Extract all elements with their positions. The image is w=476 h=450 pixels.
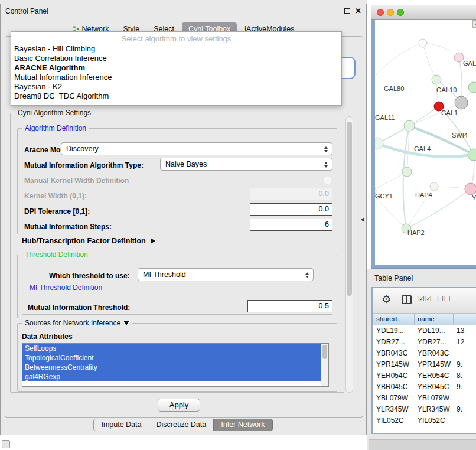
table-body: YDL19...YDL19...13YDR27...YDR27...12YBR0… <box>373 325 476 426</box>
network-node[interactable] <box>432 75 441 84</box>
network-node[interactable] <box>404 120 415 131</box>
manual-kernel-checkbox[interactable] <box>324 177 331 184</box>
dpi-tolerance-label: DPI Tolerance [0,1]: <box>24 207 90 216</box>
attribute-item[interactable]: BetweennessCentrality <box>22 363 321 372</box>
algorithm-dropdown-item[interactable]: Basic Correlation Inference <box>11 54 341 63</box>
column-header-name[interactable]: name <box>415 314 454 325</box>
network-canvas[interactable]: GAL7GAL80GAL10GAL11GAL1SWI4GAL4GCY1HAP4Y… <box>375 20 476 265</box>
mi-threshold-field[interactable]: 0.5 <box>247 300 332 312</box>
table-row[interactable]: YBL079WYBL079W <box>373 393 476 404</box>
sources-group-title-text: Sources for Network Inference <box>25 319 120 327</box>
network-node[interactable] <box>454 53 464 62</box>
which-threshold-combo[interactable]: MI Threshold <box>138 268 314 281</box>
network-edge[interactable] <box>459 57 462 103</box>
network-edge[interactable] <box>423 43 459 57</box>
network-node-label: GAL7 <box>463 60 476 67</box>
network-node[interactable] <box>402 167 412 177</box>
network-edge[interactable] <box>375 43 423 76</box>
network-node[interactable] <box>468 149 476 161</box>
network-node-label: GAL80 <box>384 85 404 92</box>
table-cell: YPR145W <box>373 359 415 370</box>
control-panel: Control Panel ✕ Network Style Select Cyn… <box>0 4 367 435</box>
network-node[interactable] <box>465 183 476 195</box>
table-row[interactable]: YBR043CYBR043C <box>373 348 476 359</box>
settings-scrollbar-thumb[interactable] <box>347 122 352 296</box>
scroll-up-button[interactable]: ▲ <box>472 20 476 28</box>
collapse-arrow-icon <box>123 321 129 325</box>
table-row[interactable]: YER054CYER054C8. <box>373 370 476 381</box>
sources-group-title[interactable]: Sources for Network Inference <box>22 319 132 327</box>
attributes-scrollbar[interactable] <box>321 344 328 386</box>
table-cell: 9. <box>454 359 476 370</box>
attribute-item[interactable]: TopologicalCoefficient <box>22 353 321 363</box>
select-all-checkboxes-icon[interactable]: ☑☑ <box>418 295 432 303</box>
network-edge[interactable] <box>423 43 436 80</box>
network-node[interactable] <box>468 82 476 93</box>
table-cell: YLR345W <box>373 404 415 415</box>
table-row[interactable]: YIL052CYIL052C <box>373 415 476 426</box>
network-node[interactable] <box>455 96 468 109</box>
table-cell: YIL052C <box>373 415 415 426</box>
minimized-panel-icon[interactable] <box>2 440 10 448</box>
combo-stepper-icon <box>323 161 329 169</box>
close-traffic-light-icon[interactable] <box>377 9 384 16</box>
combo-stepper-icon <box>323 145 329 154</box>
which-threshold-value: MI Threshold <box>143 270 186 279</box>
algorithm-dropdown-item[interactable]: ARACNE Algorithm <box>11 63 341 73</box>
kernel-width-field[interactable]: 0.0 <box>250 188 332 200</box>
table-panel-title: Table Panel <box>374 274 413 282</box>
attributes-scrollbar-thumb[interactable] <box>322 345 327 359</box>
mi-steps-label: Mutual Information Steps: <box>24 223 112 231</box>
tab-impute-data[interactable]: Impute Data <box>93 419 149 431</box>
attribute-item[interactable]: SelfLoops <box>22 344 321 353</box>
table-cell <box>454 393 476 404</box>
attribute-item[interactable]: gal4RGexp <box>22 372 321 381</box>
close-panel-icon[interactable]: ✕ <box>355 6 361 15</box>
table-row[interactable]: YPR145WYPR145W9. <box>373 359 476 370</box>
tab-discretize-data[interactable]: Discretize Data <box>149 419 214 431</box>
network-node[interactable] <box>419 39 427 47</box>
table-cell: YBR043C <box>415 348 454 359</box>
algorithm-dropdown-item[interactable]: Bayesian - Hill Climbing <box>11 44 341 54</box>
table-row[interactable]: YLR345WYLR345W9. <box>373 404 476 415</box>
algorithm-dropdown-item[interactable]: Dream8 DC_TDC Algorithm <box>11 92 341 101</box>
column-header-shared-name[interactable]: shared... <box>373 314 415 325</box>
aracne-mode-combo[interactable]: Discovery <box>61 142 332 155</box>
settings-scrollbar[interactable] <box>345 116 353 393</box>
network-canvas-svg[interactable]: GAL7GAL80GAL10GAL11GAL1SWI4GAL4GCY1HAP4Y… <box>375 20 476 265</box>
network-edge[interactable] <box>403 126 409 229</box>
float-window-icon[interactable] <box>344 8 350 14</box>
mi-steps-field[interactable]: 6 <box>250 219 332 231</box>
network-window-titlebar[interactable] <box>371 5 476 20</box>
network-node-label: GAL4 <box>414 145 431 152</box>
tab-infer-network[interactable]: Infer Network <box>213 419 272 431</box>
panel-splitter-arrow[interactable] <box>361 217 364 222</box>
hub-section-toggle[interactable]: Hub/Transcription Factor Definition <box>22 237 155 245</box>
apply-button[interactable]: Apply <box>158 399 200 412</box>
manual-kernel-label: Manual Kernel Width Definition <box>24 177 129 185</box>
network-view-window[interactable]: GAL7GAL80GAL10GAL11GAL1SWI4GAL4GCY1HAP4Y… <box>371 5 476 269</box>
table-row[interactable]: YDR27...YDR27...12 <box>373 337 476 348</box>
control-panel-titlebar[interactable]: Control Panel ✕ <box>1 4 366 18</box>
mi-type-combo[interactable]: Naive Bayes <box>160 158 332 171</box>
data-attributes-list[interactable]: SelfLoopsTopologicalCoefficientBetweenne… <box>22 343 329 387</box>
deselect-all-checkboxes-icon[interactable]: ☐☐ <box>437 295 451 303</box>
network-edge[interactable] <box>375 172 407 191</box>
table-row[interactable]: YBR045CYBR045C9. <box>373 381 476 393</box>
gear-icon[interactable]: ⚙ <box>382 293 391 306</box>
table-cell: 9. <box>454 381 476 393</box>
network-node-label: GCY1 <box>375 193 393 200</box>
table-cell: YLR345W <box>415 404 454 415</box>
network-node[interactable] <box>375 138 383 149</box>
network-node[interactable] <box>430 182 438 191</box>
network-node-label: GAL1 <box>441 109 458 116</box>
minimize-traffic-light-icon[interactable] <box>387 9 394 16</box>
bottom-tabs: Impute Data Discretize Data Infer Networ… <box>1 419 366 431</box>
algorithm-dropdown-item[interactable]: Bayesian - K2 <box>11 82 341 92</box>
dpi-tolerance-field[interactable]: 0.0 <box>250 203 332 216</box>
column-header-extra[interactable] <box>454 314 476 325</box>
algorithm-dropdown-item[interactable]: Mutual Information Inference <box>11 73 341 82</box>
columns-icon[interactable] <box>402 295 412 304</box>
zoom-traffic-light-icon[interactable] <box>397 9 404 16</box>
table-row[interactable]: YDL19...YDL19...13 <box>373 325 476 337</box>
